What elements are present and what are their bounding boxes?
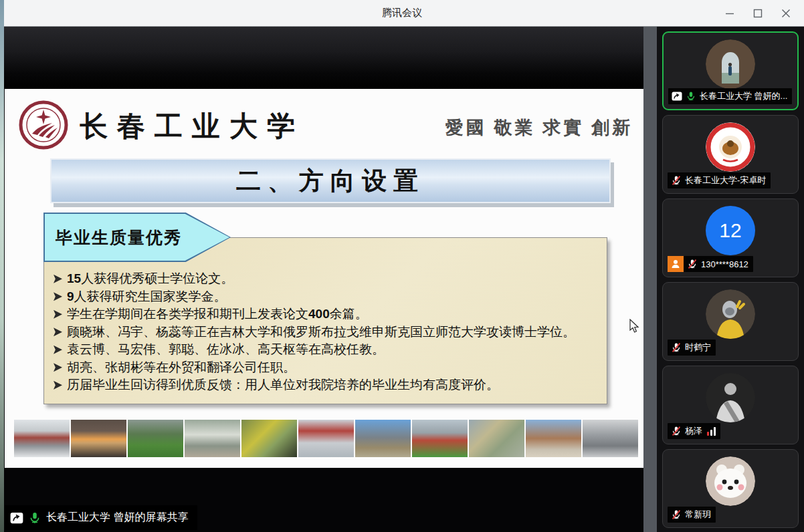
avatar-jilin-university-logo [706,122,755,172]
participant-name: 时鹤宁 [685,342,711,354]
campus-photo-spring-blossom-path [185,420,240,457]
participant-label: 常新玥 [668,507,716,523]
network-signal-icon [707,427,716,436]
campus-photo-sports-field-track [412,420,468,457]
maximize-button[interactable] [744,0,772,27]
participant-label: 130****8612 [668,256,753,272]
mic-muted-icon [687,259,698,269]
bullet-item: 9人获得研究生国家奖学金。 [54,288,603,306]
campus-photo-campus-lawn-tree [128,420,183,457]
bullet-arrow-icon [54,275,62,283]
bullet-arrow-icon [54,310,62,319]
title-bar: 腾讯会议 [0,0,804,27]
mic-muted-icon [671,342,682,353]
shared-screen-right-band [643,27,657,532]
campus-photo-snowy-campus-red-building [14,420,70,457]
bullet-arrow-icon [54,327,62,336]
screen-share-banner: 长春工业大学 曾妍的屏幕共享 [5,505,197,530]
university-motto: 愛國 敬業 求實 創新 [445,116,633,140]
callout-label: 毕业生质量优秀 [45,227,182,249]
section-title: 二、方向设置 [236,164,425,198]
participant-sidebar: 长春工业大学 曾妍的... 长春工业大学-宋卓时 [657,27,804,532]
mic-muted-icon [671,426,682,436]
participant-tile[interactable]: 时鹤宁 [662,282,799,361]
bullet-item: 袁云博、马宏伟、郭聪、佐冰冰、高天枢等在高校任教。 [54,341,603,359]
minimize-icon [724,8,735,19]
photo-strip [14,420,638,457]
phone-user-badge [668,256,684,272]
participant-tile-sharer[interactable]: 长春工业大学 曾妍的... [662,31,799,110]
avatar-doorway-photo [706,39,755,89]
window-title: 腾讯会议 [382,7,422,19]
shared-slide: 长春工业大学 愛國 敬業 求實 創新 二、方向设置 毕业生质量优秀 15人获得优… [5,89,643,468]
participant-name: 常新玥 [685,509,711,521]
participant-name: 长春工业大学 曾妍的... [700,90,787,102]
mouse-cursor [629,319,640,334]
avatar-number: 12 [719,219,741,242]
shared-screen-top-band [4,27,657,89]
mic-on-icon [686,91,696,102]
bullet-arrow-icon [54,346,62,354]
bullet-arrow-icon [54,292,62,301]
bullet-item: 历届毕业生回访得到优质反馈：用人单位对我院培养的毕业生均有高度评价。 [54,376,603,394]
maximize-icon [752,8,763,19]
avatar-number-badge: 12 [706,206,755,255]
campus-photo-autumn-foliage [241,420,297,457]
mic-muted-icon [671,175,682,186]
university-name: 长春工业大学 [80,108,304,145]
participant-label: 时鹤宁 [668,340,716,356]
content-box: 15人获得优秀硕士学位论文。9人获得研究生国家奖学金。学生在学期间在各类学报和期… [43,237,607,404]
participant-label: 长春工业大学 曾妍的... [668,88,792,104]
screen-share-icon [10,511,23,525]
close-icon [781,8,791,19]
participant-name: 杨泽 [685,425,702,437]
mic-muted-icon [671,509,682,520]
mic-on-icon [28,511,41,525]
campus-photo-snowy-bridge-walkway [583,420,638,457]
bullet-arrow-icon [54,363,62,372]
participant-name: 长春工业大学-宋卓时 [685,174,766,186]
section-title-banner: 二、方向设置 [50,158,611,203]
bullet-item: 顾晓琳、冯宇、杨蕊等正在吉林大学和俄罗斯布拉戈维申斯克国立师范大学攻读博士学位。 [54,323,603,342]
campus-photo-winter-courtyard-red-building [298,420,354,457]
minimize-button[interactable] [716,0,744,27]
university-logo [19,100,68,150]
bullet-item: 学生在学期间在各类学报和期刊上发表论文400余篇。 [54,305,603,323]
avatar-white-dog-photo [706,456,755,506]
tencent-meeting-window: 腾讯会议 长春工业大学 愛國 敬業 求實 創新 [0,0,804,532]
participant-name: 130****8612 [701,259,748,269]
campus-photo-main-building-flagpoles [355,420,411,457]
screen-share-banner-text: 长春工业大学 曾妍的屏幕共享 [46,511,188,525]
close-button[interactable] [772,0,800,27]
bullet-arrow-icon [54,381,62,390]
participant-tile[interactable]: 杨泽 [662,366,799,444]
campus-photo-aerial-campus-view [469,420,524,457]
avatar-costume-photo [706,289,755,339]
window-controls [716,0,800,27]
campus-photo-sunset-avenue [71,420,126,457]
campus-photo-brick-academic-building [526,420,581,457]
bullet-list: 15人获得优秀硕士学位论文。9人获得研究生国家奖学金。学生在学期间在各类学报和期… [54,270,603,394]
participant-label: 长春工业大学-宋卓时 [668,172,771,188]
participant-tile[interactable]: 长春工业大学-宋卓时 [662,115,799,194]
avatar-bw-child-photo [706,373,755,422]
bullet-item: 15人获得优秀硕士学位论文。 [54,270,603,288]
participant-tile[interactable]: 12 130****8612 [662,198,799,277]
participant-label: 杨泽 [668,423,720,439]
screen-share-icon [672,91,682,102]
person-icon [670,259,681,269]
bullet-item: 胡亮、张胡彬等在外贸和翻译公司任职。 [54,359,603,377]
participant-tile[interactable]: 常新玥 [662,449,799,528]
